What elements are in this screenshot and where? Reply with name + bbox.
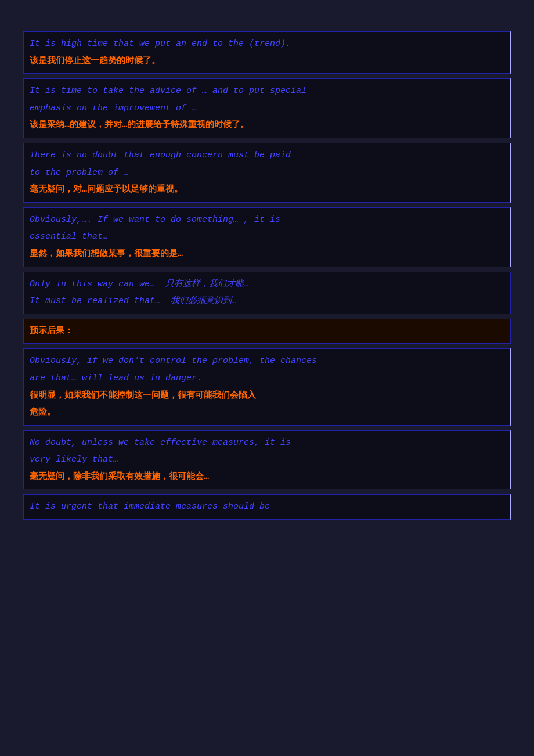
chinese-text-3-1: 毫无疑问，对…问题应予以足够的重视。 bbox=[30, 185, 183, 195]
english-text-7-1: Obviously, if we don't control the probl… bbox=[30, 356, 317, 366]
chinese-text-7-2: 危险。 bbox=[30, 408, 56, 417]
phrase-block-1: It is high time that we put an end to th… bbox=[23, 31, 511, 74]
chinese-text-2-1: 该是采纳…的建议，并对…的进展给予特殊重视的时候了。 bbox=[30, 120, 249, 130]
phrase-block-7: Obviously, if we don't control the probl… bbox=[23, 348, 511, 425]
english-text-3-1: There is no doubt that enough concern mu… bbox=[30, 150, 291, 160]
english-text-1-1: It is high time that we put an end to th… bbox=[30, 39, 291, 49]
english-text-4-2: essential that… bbox=[30, 232, 108, 242]
english-text-2-2: emphasis on the improvement of … bbox=[30, 103, 197, 113]
phrase-block-9: It is urgent that immediate measures sho… bbox=[23, 494, 511, 520]
section-label-text: 预示后果： bbox=[30, 326, 73, 336]
english-text-2-1: It is time to take the advice of … and t… bbox=[30, 86, 306, 96]
section-label-block: 预示后果： bbox=[23, 319, 511, 344]
phrase-block-5: Only in this way can we… 只有这样，我们才能… It m… bbox=[23, 272, 511, 314]
chinese-text-4-1: 显然，如果我们想做某事，很重要的是… bbox=[30, 249, 183, 259]
english-text-4-1: Obviously,…. If we want to do something…… bbox=[30, 215, 280, 225]
chinese-text-1-1: 该是我们停止这一趋势的时候了。 bbox=[30, 56, 160, 66]
english-text-8-1: No doubt, unless we take effective measu… bbox=[30, 438, 291, 448]
english-text-9-1: It is urgent that immediate measures sho… bbox=[30, 502, 270, 512]
phrase-block-4: Obviously,…. If we want to do something…… bbox=[23, 207, 511, 267]
english-text-3-2: to the problem of … bbox=[30, 168, 129, 178]
main-container: It is high time that we put an end to th… bbox=[12, 12, 522, 539]
chinese-text-8-1: 毫无疑问，除非我们采取有效措施，很可能会… bbox=[30, 472, 209, 482]
english-text-7-2: are that… will lead us in danger. bbox=[30, 373, 202, 383]
english-text-5-1: Only in this way can we… 只有这样，我们才能… bbox=[30, 279, 249, 289]
phrase-block-2: It is time to take the advice of … and t… bbox=[23, 78, 511, 138]
phrase-block-8: No doubt, unless we take effective measu… bbox=[23, 430, 511, 490]
chinese-text-7-1: 很明显，如果我们不能控制这一问题，很有可能我们会陷入 bbox=[30, 391, 256, 401]
english-text-8-2: very likely that… bbox=[30, 455, 118, 465]
phrase-block-3: There is no doubt that enough concern mu… bbox=[23, 143, 511, 203]
english-text-5-2: It must be realized that… 我们必须意识到… bbox=[30, 296, 237, 306]
